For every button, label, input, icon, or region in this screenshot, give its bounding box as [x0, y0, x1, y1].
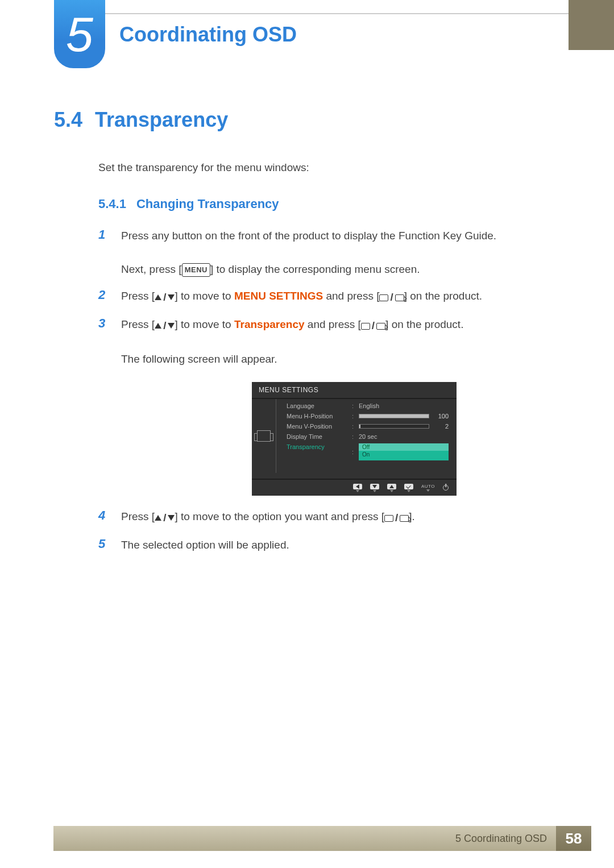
text: The following screen will appear. [121, 353, 277, 365]
transparency-dropdown: Off On [359, 443, 449, 460]
value-text: 20 sec [359, 433, 377, 440]
slider [359, 414, 429, 418]
up-down-icon: / [155, 509, 175, 526]
text: ] to move to [175, 290, 234, 302]
osd-values: :English :100 :2 :20 sec : Off On [350, 399, 457, 473]
osd-category-icon-col [252, 399, 276, 473]
step-number: 3 [98, 316, 112, 367]
osd-item-language: Language [282, 402, 350, 409]
section-title: Transparency [95, 108, 228, 132]
dropdown-option-off: Off [359, 443, 449, 451]
osd-item-menu-h: Menu H-Position [282, 413, 350, 420]
footer-bar: 5 Coordinating OSD [53, 826, 556, 851]
nav-up-icon [387, 484, 396, 492]
chapter-tab: 5 [54, 0, 105, 68]
osd-menu-tree: Language Menu H-Position Menu V-Position… [276, 399, 350, 473]
osd-value-transparency: : Off On [352, 443, 449, 460]
nav-back-icon [353, 484, 362, 492]
up-down-icon: / [155, 317, 175, 334]
osd-value-display-time: :20 sec [352, 433, 449, 440]
step-4: 4 Press [/] to move to the option you wa… [98, 508, 560, 526]
value-text: 2 [433, 423, 449, 430]
value-text: 100 [433, 413, 449, 420]
top-divider [54, 13, 569, 14]
text: ] to move to the option you want and pre… [175, 510, 384, 522]
keyword-transparency: Transparency [234, 318, 305, 330]
select-enter-icon: / [384, 509, 409, 526]
osd-item-display-time: Display Time [282, 433, 350, 440]
section-intro: Set the transparency for the menu window… [98, 161, 560, 174]
text: ] to display the corresponding menu scre… [210, 263, 420, 275]
osd-value-menu-h: :100 [352, 413, 449, 420]
osd-value-language: :English [352, 402, 449, 409]
step-body: Press [/] to move to the option you want… [121, 508, 415, 526]
text: ] to move to [175, 318, 234, 330]
text: ] on the product. [404, 290, 482, 302]
osd-item-transparency: Transparency [282, 443, 350, 450]
text: and press [ [323, 290, 379, 302]
step-2: 2 Press [/] to move to MENU SETTINGS and… [98, 288, 560, 305]
step-body: Press [/] to move to Transparency and pr… [121, 316, 463, 367]
dropdown-option-on: On [359, 451, 449, 458]
text: Press any button on the front of the pro… [121, 230, 496, 242]
osd-item-menu-v: Menu V-Position [282, 423, 350, 430]
nav-down-icon [370, 484, 379, 492]
step-number: 4 [98, 508, 112, 526]
select-enter-icon: / [361, 317, 385, 334]
step-number: 2 [98, 288, 112, 305]
page-content: 5.4 Transparency Set the transparency fo… [54, 108, 560, 563]
step-body: Press [/] to move to MENU SETTINGS and p… [121, 288, 482, 305]
osd-display-icon [257, 430, 271, 442]
up-down-icon: / [155, 289, 175, 305]
osd-title: MENU SETTINGS [252, 382, 457, 399]
step-body: Press any button on the front of the pro… [121, 227, 496, 277]
osd-nav-bar: AUTO [252, 479, 457, 496]
subsection-number: 5.4.1 [98, 197, 126, 211]
menu-button-icon: MENU [182, 263, 210, 277]
subsection-title: Changing Transparency [136, 197, 279, 211]
osd-value-menu-v: :2 [352, 423, 449, 430]
footer-page-number: 58 [556, 826, 591, 851]
osd-body: Language Menu H-Position Menu V-Position… [252, 399, 457, 473]
value-text: English [359, 402, 379, 409]
step-3: 3 Press [/] to move to Transparency and … [98, 316, 560, 367]
text: ] on the product. [385, 318, 463, 330]
header-right-band [569, 0, 614, 50]
text: Press [ [121, 510, 155, 522]
step-number: 5 [98, 537, 112, 553]
step-number: 1 [98, 227, 112, 277]
text: The selected option will be applied. [121, 539, 289, 551]
chapter-title: Coordinating OSD [119, 23, 297, 47]
select-enter-icon: / [379, 289, 404, 305]
text: Press [ [121, 318, 155, 330]
step-5: 5 The selected option will be applied. [98, 537, 560, 553]
section-number: 5.4 [54, 108, 82, 132]
chapter-number: 5 [66, 10, 93, 59]
page-footer: 5 Coordinating OSD 58 [53, 826, 591, 851]
subsection-heading: 5.4.1 Changing Transparency [98, 197, 560, 211]
section-heading: 5.4 Transparency [54, 108, 560, 132]
keyword-menu-settings: MENU SETTINGS [234, 290, 323, 302]
footer-text: 5 Coordinating OSD [455, 833, 547, 845]
text: Press [ [121, 290, 155, 302]
nav-power-icon [443, 485, 449, 491]
text: and press [ [305, 318, 361, 330]
step-body: The selected option will be applied. [121, 537, 289, 553]
text: Next, press [ [121, 263, 182, 275]
step-1: 1 Press any button on the front of the p… [98, 227, 560, 277]
osd-screenshot: MENU SETTINGS Language Menu H-Position M… [252, 382, 560, 496]
nav-auto-label: AUTO [421, 484, 435, 492]
slider [359, 424, 429, 429]
osd-panel: MENU SETTINGS Language Menu H-Position M… [252, 382, 457, 496]
steps-list: 1 Press any button on the front of the p… [98, 227, 560, 553]
nav-enter-icon [404, 484, 413, 492]
